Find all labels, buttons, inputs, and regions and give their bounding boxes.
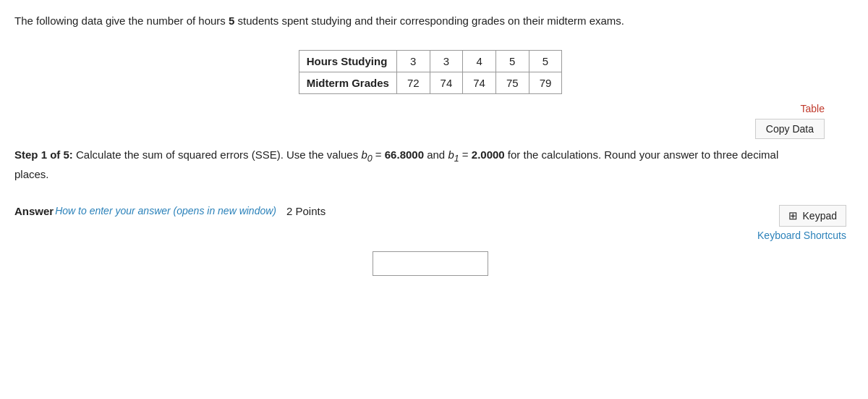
grades-val-5: 79 xyxy=(529,72,562,93)
answer-left: AnswerHow to enter your answer (opens in… xyxy=(14,205,326,217)
b1-symbol: b1 xyxy=(448,148,459,161)
answer-input-row xyxy=(14,251,846,276)
how-to-enter-link[interactable]: How to enter your answer (opens in new w… xyxy=(55,205,276,217)
and-text: and xyxy=(424,148,448,161)
keypad-icon: ⊞ xyxy=(788,209,798,222)
intro-paragraph: The following data give the number of ho… xyxy=(14,13,846,30)
midterm-grades-label: Midterm Grades xyxy=(299,72,396,93)
step-label: Step 1 of 5: xyxy=(14,148,73,161)
data-table: Hours Studying 3 3 4 5 5 Midterm Grades … xyxy=(299,50,563,94)
table-row-grades: Midterm Grades 72 74 74 75 79 xyxy=(299,72,562,93)
b0-symbol: b0 xyxy=(361,148,372,161)
answer-section: AnswerHow to enter your answer (opens in… xyxy=(14,205,846,241)
step-text-before-b0: Calculate the sum of squared errors (SSE… xyxy=(73,148,362,161)
b0-value: 66.8000 xyxy=(385,148,424,161)
table-actions: Table Copy Data xyxy=(14,103,846,139)
hours-val-2: 3 xyxy=(430,50,463,72)
intro-text-after: students spent studying and their corres… xyxy=(234,14,624,27)
keypad-button[interactable]: ⊞ Keypad xyxy=(779,205,846,227)
equals1: = xyxy=(373,148,385,161)
copy-data-button[interactable]: Copy Data xyxy=(755,119,825,139)
grades-val-2: 74 xyxy=(430,72,463,93)
equals2: = xyxy=(459,148,472,161)
hours-studying-label: Hours Studying xyxy=(299,50,396,72)
answer-input[interactable] xyxy=(373,251,488,276)
grades-val-3: 74 xyxy=(463,72,496,93)
hours-val-1: 3 xyxy=(396,50,430,72)
step-description: Step 1 of 5: Calculate the sum of square… xyxy=(14,146,810,183)
keypad-label: Keypad xyxy=(803,210,837,222)
keyboard-shortcuts-link[interactable]: Keyboard Shortcuts xyxy=(757,230,846,241)
hours-val-3: 4 xyxy=(463,50,496,72)
answer-label: Answer xyxy=(14,205,54,217)
intro-text-before: The following data give the number of ho… xyxy=(14,14,229,27)
table-link[interactable]: Table xyxy=(801,103,825,114)
b1-value: 2.0000 xyxy=(472,148,505,161)
data-table-wrapper: Hours Studying 3 3 4 5 5 Midterm Grades … xyxy=(14,50,846,100)
hours-val-5: 5 xyxy=(529,50,562,72)
answer-right: ⊞ Keypad Keyboard Shortcuts xyxy=(757,205,846,241)
table-row-hours: Hours Studying 3 3 4 5 5 xyxy=(299,50,562,72)
grades-val-1: 72 xyxy=(396,72,430,93)
grades-val-4: 75 xyxy=(495,72,529,93)
answer-points: 2 Points xyxy=(286,205,326,217)
hours-val-4: 5 xyxy=(495,50,529,72)
